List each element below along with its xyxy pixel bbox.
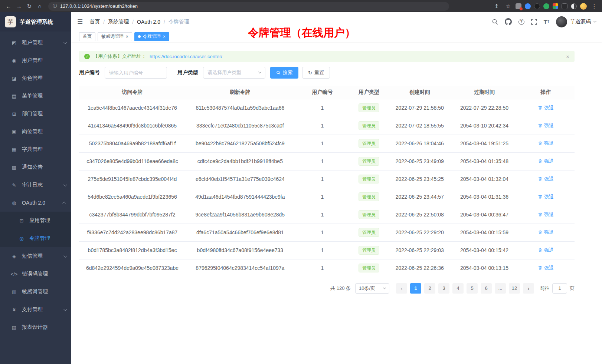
force-logout-button[interactable]: 强退 [538,140,554,147]
next-page-button[interactable]: › [523,283,534,294]
sidebar-item[interactable]: ⊞ 部门管理 [0,105,71,123]
bookmark-star-icon[interactable]: ☆ [504,2,512,11]
user-menu[interactable]: 芋道源码 [556,16,596,27]
refresh-icon: ↻ [308,70,312,76]
delete-icon [538,159,543,163]
force-logout-button[interactable]: 强退 [538,105,554,111]
sidebar-item-label: 应用管理 [29,217,66,224]
force-logout-button[interactable]: 强退 [538,176,554,182]
page-tab[interactable]: 首页 × [79,32,95,41]
force-logout-button[interactable]: 强退 [538,193,554,200]
extension-icon[interactable] [525,3,531,9]
breadcrumb-item[interactable]: 系统管理 [108,19,129,25]
sidebar-item[interactable]: ◉ 用户管理 [0,52,71,69]
table-row: c342377bf8b344799dcbf7bf095287f2 9ce8ef2… [79,206,575,224]
breadcrumb-separator: / [132,19,134,25]
back-icon[interactable]: ← [4,2,13,11]
alert-close-icon[interactable]: × [566,53,569,60]
force-logout-button[interactable]: 强退 [538,229,554,236]
access-token-cell: b0d1785bc3a8482f812db4a3f3bd15ec [79,241,186,259]
sidebar-item-label: 敏感词管理 [22,288,66,295]
page-tab[interactable]: 敏感词管理 × [98,32,132,41]
tenant-icon: ◩ [10,40,18,46]
sidebar-item[interactable]: ▦ 字典管理 [0,140,71,158]
search-icon[interactable] [492,19,498,25]
access-token-cell: 41c41346a548490f9dc8b01c6bfe0865 [79,117,186,135]
address-bar[interactable]: ⓘ 127.0.0.1:1024/system/oauth2/token [48,2,449,11]
user-type-tag: 管理员 [359,175,379,183]
page-number-button[interactable]: 2 [424,283,435,294]
browser-menu-icon[interactable]: ⋮ [590,2,598,11]
force-logout-button[interactable]: 强退 [538,247,554,254]
extensions-puzzle-icon[interactable] [553,3,558,9]
prev-page-button[interactable]: ‹ [396,283,407,294]
font-size-icon[interactable]: TT [544,19,549,25]
page-size-select[interactable]: 10条/页 [355,283,389,294]
page-number-button[interactable]: 12 [509,283,520,294]
user-id-input[interactable] [105,67,167,79]
fullscreen-icon[interactable] [531,19,537,25]
sidebar-item[interactable]: ◩ 租户管理 [0,34,71,52]
reset-button[interactable]: ↻ 重置 [302,67,330,79]
breadcrumb-item[interactable]: 令牌管理 [169,19,189,25]
extension-icon[interactable] [543,3,549,9]
sidebar-item[interactable]: ◍ OAuth 2.0 [0,194,71,212]
expire-time-cell: 2054-03-04 00:36:47 [452,206,517,224]
home-icon[interactable]: ⌂ [35,2,45,11]
breadcrumb-item[interactable]: OAuth 2.0 [137,19,160,25]
extension-icon[interactable] [516,3,521,9]
browser-profile-avatar[interactable] [580,3,587,10]
search-button[interactable]: 搜索 [270,67,298,79]
user-type-tag: 管理员 [359,264,379,272]
site-info-icon[interactable]: ⓘ [53,3,57,9]
extension-icon[interactable] [571,3,577,9]
tab-close-icon[interactable]: × [163,34,166,39]
force-logout-button[interactable]: 强退 [538,211,554,218]
page-number-button[interactable]: ... [495,283,506,294]
sidebar-item[interactable]: ◈ 短信管理 [0,247,71,265]
delete-icon [538,265,543,270]
user-id-cell: 1 [295,206,350,224]
expire-time-cell: 2054-03-04 01:35:48 [452,152,517,170]
user-type-cell: 管理员 [350,206,387,224]
page-number-button[interactable]: 1 [410,283,421,294]
created-time-cell: 2022-06-25 23:44:57 [388,188,452,206]
help-icon[interactable]: ? [518,19,524,25]
goto-page-input[interactable] [552,283,567,294]
page-number-button[interactable]: 4 [452,283,464,294]
reload-icon[interactable]: ↻ [24,2,34,11]
extension-icon[interactable] [534,3,540,9]
breadcrumb-item[interactable]: 首页 [89,19,100,25]
sidebar-item[interactable]: ▣ 岗位管理 [0,123,71,140]
page-tab[interactable]: 令牌管理 × [134,32,169,41]
page-number-button[interactable]: 3 [438,283,449,294]
sidebar-item[interactable]: ▧ 报表设计器 [0,318,71,336]
sidebar-item[interactable]: ◪ 角色管理 [0,69,71,87]
goto-label: 前往 [540,285,550,292]
page-number-button[interactable]: 5 [467,283,478,294]
sidebar-item[interactable]: ▥ 敏感词管理 [0,283,71,301]
sidebar-item[interactable]: ▤ 菜单管理 [0,87,71,105]
collapse-sidebar-icon[interactable]: ☰ [77,18,83,26]
force-logout-button[interactable]: 强退 [538,158,554,165]
sidebar-item[interactable]: ▩ 通知公告 [0,158,71,176]
app-logo[interactable]: 芋 芋道管理系统 [0,12,71,32]
extension-icon[interactable] [562,3,567,9]
menu-icon: ▤ [10,93,18,99]
sidebar-item[interactable]: </> 错误码管理 [0,265,71,283]
tab-close-icon[interactable]: × [126,34,128,39]
share-icon[interactable]: ↥ [493,2,501,11]
sidebar-item[interactable]: ⊡ 应用管理 [0,212,71,229]
github-icon[interactable] [505,18,512,25]
forward-icon[interactable]: → [14,2,24,11]
user-type-select[interactable]: 请选择用户类型 [203,67,265,79]
sidebar-item[interactable]: ¥ 支付管理 [0,301,71,318]
doc-link[interactable]: https://doc.iocoder.cn/user-center/ [150,54,222,59]
sidebar-item[interactable]: ◎ 令牌管理 [0,229,71,247]
page-number-button[interactable]: 6 [481,283,492,294]
created-time-cell: 2022-06-25 22:29:20 [388,224,452,241]
force-logout-button[interactable]: 强退 [538,265,554,271]
force-logout-button[interactable]: 强退 [538,122,554,129]
sidebar-item[interactable]: ✎ 审计日志 [0,176,71,194]
column-header: 操作 [517,86,575,99]
